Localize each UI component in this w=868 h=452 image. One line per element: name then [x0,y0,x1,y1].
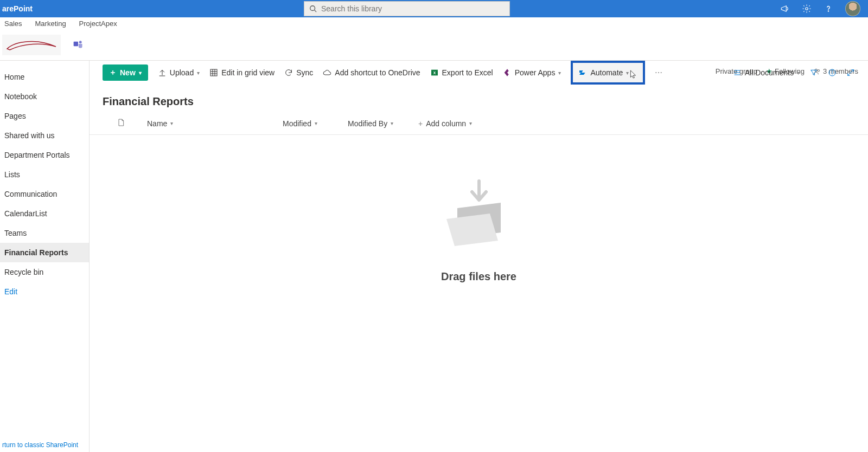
sync-button[interactable]: Sync [284,68,313,77]
svg-point-2 [806,8,808,10]
upload-icon [158,68,167,77]
chevron-down-icon: ▾ [197,70,200,76]
sidenav-item-financial[interactable]: Financial Reports [0,243,89,262]
powerapps-button[interactable]: Power Apps ▾ [503,68,561,77]
col-add-label: Add column [426,119,466,128]
sidenav-item-notebook[interactable]: Notebook [0,87,89,106]
filter-icon [809,68,818,77]
svg-line-1 [314,10,316,12]
expand-icon [846,68,855,77]
alldocs-label: All Documents [745,68,794,77]
col-modified-label: Modified [283,119,311,128]
chevron-down-icon: ▾ [139,70,142,76]
sync-icon [284,68,293,77]
shortcut-label: Add shortcut to OneDrive [335,68,420,77]
automate-button[interactable]: Automate ▾ [571,61,645,85]
command-bar: ＋ New ▾ Upload ▾ Edit in grid view Sync … [90,61,868,85]
hub-link-projectapex[interactable]: ProjectApex [79,20,117,29]
sidenav-item-calendar[interactable]: CalendarList [0,204,89,223]
chevron-down-icon: ▾ [626,70,629,76]
hub-link-marketing[interactable]: Marketing [35,20,66,29]
sidenav-edit-link[interactable]: Edit [0,282,89,301]
automate-icon [578,68,587,77]
col-modifiedby-label: Modified By [348,119,387,128]
cursor-icon [630,69,637,79]
chevron-down-icon: ▾ [469,120,472,126]
automate-label: Automate [590,68,623,77]
empty-message: Drag files here [441,270,516,283]
sync-label: Sync [296,68,313,77]
chevron-down-icon: ▾ [315,120,317,126]
gridview-button[interactable]: Edit in grid view [209,68,275,77]
more-button[interactable]: ⋯ [655,68,662,77]
view-selector[interactable]: All Documents ▾ [733,68,800,77]
classic-link[interactable]: rturn to classic SharePoint [2,441,78,449]
svg-rect-4 [74,41,78,46]
svg-point-20 [832,70,832,71]
plus-icon: + [418,119,423,128]
list-icon [733,68,742,77]
shortcut-button[interactable]: Add shortcut to OneDrive [323,68,420,77]
upload-button[interactable]: Upload ▾ [158,68,200,77]
empty-folder-icon [438,178,520,249]
col-name-label: Name [147,119,167,128]
info-button[interactable] [828,68,837,77]
library-title: Financial Reports [90,85,868,112]
new-label: New [120,68,136,77]
search-input[interactable] [321,4,505,13]
chevron-down-icon: ▾ [558,70,561,76]
megaphone-icon[interactable] [780,4,790,14]
plus-icon: ＋ [109,68,117,78]
sidenav-item-dept[interactable]: Department Portals [0,145,89,165]
help-icon[interactable] [824,4,833,14]
user-avatar[interactable] [845,1,860,16]
sidenav-item-pages[interactable]: Pages [0,106,89,126]
col-modified[interactable]: Modified ▾ [283,119,348,128]
column-headers: Name ▾ Modified ▾ Modified By ▾ + Add co… [90,112,868,135]
svg-text:X: X [433,71,436,75]
gridview-label: Edit in grid view [221,68,275,77]
chevron-down-icon: ▾ [391,120,393,126]
grid-icon [209,68,218,77]
svg-point-5 [79,41,82,43]
sidenav-item-shared[interactable]: Shared with us [0,126,89,145]
gear-icon[interactable] [802,4,812,14]
sidenav-item-teams[interactable]: Teams [0,223,89,243]
powerapps-label: Power Apps [515,68,556,77]
suite-bar: arePoint [0,0,868,17]
sidenav-item-recycle[interactable]: Recycle bin [0,262,89,282]
sidenav-item-home[interactable]: Home [0,67,89,87]
ellipsis-icon: ⋯ [655,68,662,77]
site-logo[interactable] [2,35,61,55]
chevron-down-icon: ▾ [797,70,800,76]
svg-rect-8 [210,69,217,76]
sidenav-item-comm[interactable]: Communication [0,184,89,204]
powerapps-icon [503,68,512,77]
col-add[interactable]: + Add column ▾ [418,119,472,128]
search-box[interactable] [304,1,510,16]
suite-right [780,1,868,16]
sidenav-item-lists[interactable]: Lists [0,165,89,184]
filter-button[interactable] [809,68,818,77]
side-nav: Home Notebook Pages Shared with us Depar… [0,61,90,452]
teams-icon[interactable] [73,38,84,51]
new-button[interactable]: ＋ New ▾ [103,64,148,81]
excel-icon: X [430,68,439,77]
site-header [0,29,868,61]
hub-nav: Sales Marketing ProjectApex [0,17,868,29]
export-button[interactable]: X Export to Excel [430,68,493,77]
col-modifiedby[interactable]: Modified By ▾ [348,119,418,128]
empty-state[interactable]: Drag files here [90,178,868,283]
hub-link-sales[interactable]: Sales [4,20,22,29]
command-bar-right: All Documents ▾ [733,68,855,77]
app-name[interactable]: arePoint [0,4,33,13]
chevron-down-icon: ▾ [170,120,173,126]
svg-point-0 [310,6,315,11]
onedrive-icon [323,68,331,77]
expand-button[interactable] [846,68,855,77]
export-label: Export to Excel [442,68,493,77]
content-area: Home Notebook Pages Shared with us Depar… [0,61,868,452]
svg-point-3 [828,11,828,11]
col-name[interactable]: Name ▾ [147,119,283,128]
info-icon [828,68,837,77]
